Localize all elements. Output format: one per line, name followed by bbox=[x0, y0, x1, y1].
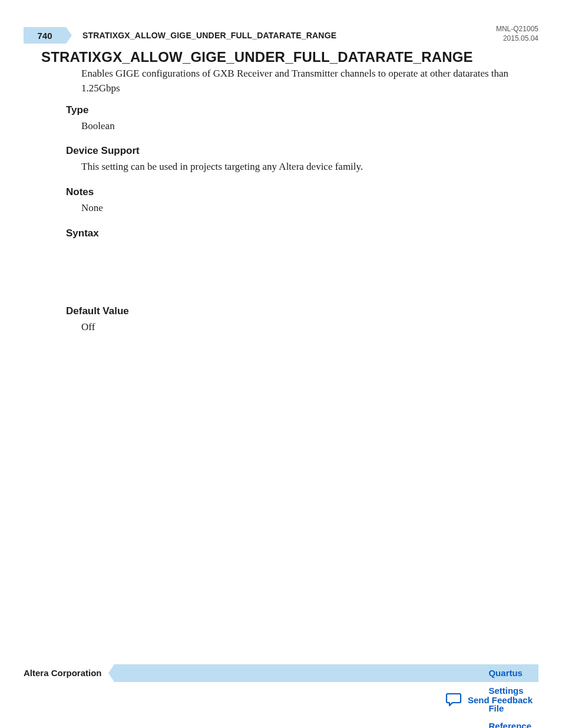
section-body-default-value: Off bbox=[81, 321, 95, 333]
section-heading-type: Type bbox=[66, 104, 88, 116]
header-meta: MNL-Q21005 2015.05.04 bbox=[496, 25, 538, 43]
page-footer: Altera Corporation Quartus Settings File… bbox=[24, 664, 538, 682]
section-body-type: Boolean bbox=[81, 120, 115, 132]
page-description: Enables GIGE configurations of GXB Recei… bbox=[81, 67, 527, 95]
section-body-notes: None bbox=[81, 202, 103, 214]
running-title: STRATIXGX_ALLOW_GIGE_UNDER_FULL_DATARATE… bbox=[82, 27, 336, 44]
section-body-device-support: This setting can be used in projects tar… bbox=[81, 161, 363, 173]
section-heading-device-support: Device Support bbox=[66, 145, 140, 157]
send-feedback-label: Send Feedback bbox=[468, 695, 533, 705]
footer-manual-bg bbox=[114, 664, 538, 682]
section-heading-notes: Notes bbox=[66, 186, 94, 198]
send-feedback-link[interactable]: Send Feedback bbox=[445, 693, 533, 707]
page-title: STRATIXGX_ALLOW_GIGE_UNDER_FULL_DATARATE… bbox=[41, 49, 473, 65]
page-number-text: 740 bbox=[37, 31, 52, 41]
footer-company: Altera Corporation bbox=[24, 664, 102, 682]
speech-bubble-icon bbox=[445, 693, 462, 707]
page-number: 740 bbox=[24, 27, 66, 44]
section-heading-syntax: Syntax bbox=[66, 228, 99, 239]
doc-id: MNL-Q21005 bbox=[496, 25, 538, 34]
page-header: 740 STRATIXGX_ALLOW_GIGE_UNDER_FULL_DATA… bbox=[24, 27, 538, 44]
document-page: 740 STRATIXGX_ALLOW_GIGE_UNDER_FULL_DATA… bbox=[0, 0, 562, 728]
section-heading-default-value: Default Value bbox=[66, 305, 129, 317]
footer-manual-link[interactable]: Quartus Settings File Reference Manual bbox=[488, 664, 531, 682]
doc-date: 2015.05.04 bbox=[496, 34, 538, 44]
